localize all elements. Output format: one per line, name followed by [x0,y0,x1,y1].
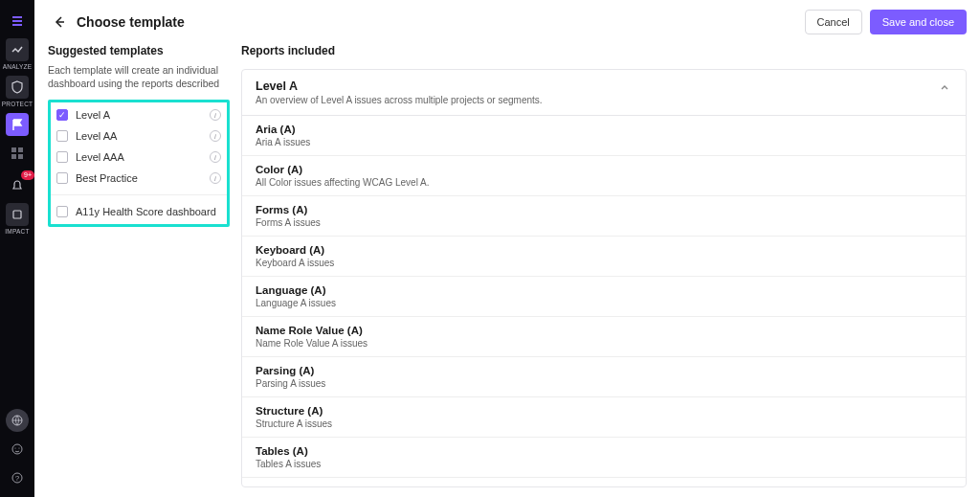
help-icon: ? [6,466,29,489]
save-and-close-button[interactable]: Save and close [870,10,967,34]
report-item[interactable]: Color (A)All Color issues affecting WCAG… [242,156,966,196]
report-item[interactable]: Tables (A)Tables A issues [242,438,966,478]
template-row[interactable]: Best Practice i [51,168,227,189]
templates-heading: Suggested templates [48,44,230,57]
report-item[interactable]: Name Role Value (A)Name Role Value A iss… [242,317,966,357]
reports-panel: Reports included Level A An overview of … [241,44,967,487]
report-desc: All Color issues affecting WCAG Level A. [256,177,952,188]
template-label: Level AAA [76,151,210,163]
info-icon[interactable]: i [210,130,221,142]
report-name: Structure (A) [256,405,952,417]
sidebar-item-analyze[interactable]: ANALYZE [4,38,31,70]
sidebar-item-grid[interactable] [4,142,31,165]
sidebar-item-notifications[interactable]: 9+ [4,174,31,197]
globe-icon [6,409,29,432]
templates-panel: Suggested templates Each template will c… [48,44,230,487]
report-desc: Name Role Value A issues [256,338,952,349]
svg-point-8 [18,447,19,448]
reports-group-title: Level A [256,79,543,93]
sidebar-item-face[interactable] [4,438,31,461]
report-desc: Forms A issues [256,217,952,228]
svg-rect-1 [18,147,23,152]
report-name: Parsing (A) [256,365,952,376]
logo-icon [6,10,29,33]
page-title: Choose template [77,14,185,30]
report-name: Forms (A) [256,204,952,215]
template-label: Level AA [76,130,210,142]
protect-icon [6,76,29,99]
template-row[interactable]: Level AA i [51,125,227,147]
report-item[interactable]: Structure (A)Structure A issues [242,397,966,438]
report-name: Aria (A) [256,124,952,135]
sidebar-item-impact[interactable]: IMPACT [4,203,31,235]
reports-group-subtitle: An overview of Level A issues across mul… [256,95,543,105]
sidebar-item-globe[interactable] [4,409,31,432]
sidebar-item-help[interactable]: ? [4,466,31,489]
template-row[interactable]: Level A i [51,104,227,125]
report-name: Tables (A) [256,445,952,457]
face-icon [6,438,29,461]
back-button[interactable] [48,11,71,34]
report-name: Name Role Value (A) [256,325,952,336]
svg-text:?: ? [15,474,20,483]
cancel-button[interactable]: Cancel [805,10,862,34]
checkbox[interactable] [56,206,68,217]
reports-list[interactable]: Level A An overview of Level A issues ac… [241,69,967,487]
chevron-up-icon[interactable] [937,79,952,95]
svg-rect-4 [13,211,21,218]
svg-rect-0 [11,147,16,152]
sidebar-label: IMPACT [5,228,29,235]
info-icon[interactable]: i [210,151,221,163]
svg-point-6 [12,444,22,454]
main-content: Choose template Cancel Save and close Su… [34,0,980,497]
report-name: Color (A) [256,164,952,175]
reports-heading: Reports included [241,44,967,57]
sidebar-item-logo[interactable] [4,10,31,33]
report-name: Text Alternatives (A) [256,486,952,487]
checkbox[interactable] [56,151,68,163]
info-icon[interactable]: i [210,109,221,121]
report-item[interactable]: Forms (A)Forms A issues [242,196,966,237]
report-name: Keyboard (A) [256,244,952,256]
templates-list: Level A i Level AA i Level AAA i Best Pr… [48,100,230,227]
svg-rect-3 [18,154,23,159]
report-item[interactable]: Aria (A)Aria A issues [242,116,966,156]
report-desc: Tables A issues [256,459,952,469]
template-row[interactable]: Level AAA i [51,147,227,168]
checkbox[interactable] [56,130,68,142]
template-label: A11y Health Score dashboard [76,206,221,217]
notification-badge: 9+ [21,170,34,180]
report-name: Language (A) [256,284,952,296]
grid-icon [6,142,29,165]
impact-icon [6,203,29,226]
flag-icon [6,113,29,136]
template-label: Level A [76,109,210,121]
report-item[interactable]: Text Alternatives (A)Text Alternatives A… [242,478,966,487]
svg-point-7 [14,447,15,448]
report-desc: Parsing A issues [256,378,952,389]
template-row-a11y[interactable]: A11y Health Score dashboard [51,201,227,222]
report-desc: Language A issues [256,298,952,308]
info-icon[interactable]: i [210,172,221,184]
arrow-left-icon [53,15,66,29]
reports-group-header[interactable]: Level A An overview of Level A issues ac… [242,70,966,116]
report-desc: Structure A issues [256,418,952,429]
svg-rect-2 [11,154,16,159]
sidebar-label: PROTECT [2,101,33,107]
page-header: Choose template Cancel Save and close [34,0,980,44]
checkbox[interactable] [56,172,68,184]
sidebar-item-protect[interactable]: PROTECT [4,76,31,107]
template-label: Best Practice [76,172,210,184]
report-desc: Aria A issues [256,137,952,147]
sidebar-label: ANALYZE [3,63,33,70]
report-item[interactable]: Parsing (A)Parsing A issues [242,357,966,397]
report-item[interactable]: Keyboard (A)Keyboard A issues [242,237,966,277]
report-desc: Keyboard A issues [256,258,952,268]
analyze-icon [6,38,29,61]
report-item[interactable]: Language (A)Language A issues [242,277,966,317]
sidebar-item-flag[interactable] [4,113,31,136]
templates-description: Each template will create an individual … [48,63,230,90]
app-sidebar: ANALYZE PROTECT 9+ IMPACT [0,0,34,497]
checkbox[interactable] [56,109,68,121]
